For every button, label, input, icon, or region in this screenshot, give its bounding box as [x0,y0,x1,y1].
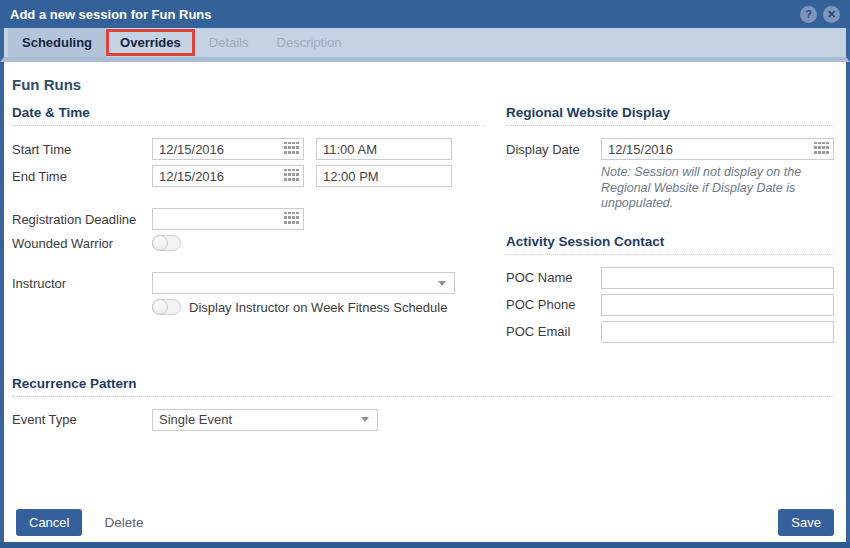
poc-name-label: POC Name [506,270,601,285]
wounded-warrior-row: Wounded Warrior [12,235,484,251]
toggle-knob [152,299,168,315]
section-recurrence-pattern: Recurrence Pattern [12,376,834,397]
wounded-warrior-label: Wounded Warrior [12,236,152,251]
event-type-selected-value: Single Event [159,412,361,427]
start-time-label: Start Time [12,142,152,157]
calendar-icon[interactable] [284,169,299,183]
dialog-bottom-border [0,542,850,548]
registration-deadline-label: Registration Deadline [12,212,152,227]
start-time-input[interactable] [316,138,452,160]
display-date-input[interactable] [601,138,834,160]
event-type-select[interactable]: Single Event [152,409,378,431]
cancel-button[interactable]: Cancel [16,509,82,536]
display-instructor-label: Display Instructor on Week Fitness Sched… [189,300,447,315]
add-session-dialog: Add a new session for Fun Runs ? ✕ Sched… [0,0,850,548]
poc-email-row: POC Email [506,321,834,343]
tab-scheduling[interactable]: Scheduling [8,28,106,57]
page-title: Fun Runs [12,76,834,93]
end-time-row: End Time [12,165,484,187]
start-time-row: Start Time [12,138,484,160]
left-column: Date & Time Start Time [12,105,484,348]
registration-deadline-row: Registration Deadline [12,208,484,230]
right-column: Regional Website Display Display Date [506,105,834,348]
poc-email-input[interactable] [601,321,834,343]
dialog-title: Add a new session for Fun Runs [10,7,212,22]
tab-description: Description [263,28,356,57]
poc-email-label: POC Email [506,324,601,339]
instructor-label: Instructor [12,276,152,291]
end-time-input[interactable] [316,165,452,187]
poc-phone-row: POC Phone [506,294,834,316]
poc-name-row: POC Name [506,267,834,289]
tab-bar: Scheduling Overrides Details Description [0,28,850,62]
calendar-icon[interactable] [284,142,299,156]
dialog-footer: Cancel Delete Save [0,502,850,542]
annotation-highlight: Overrides [106,29,195,56]
display-instructor-toggle[interactable] [152,299,181,315]
display-date-wrap [601,138,834,160]
display-instructor-row: Display Instructor on Week Fitness Sched… [152,299,484,315]
registration-deadline-input[interactable] [152,208,304,230]
section-activity-contact: Activity Session Contact [506,234,834,255]
help-icon[interactable]: ? [800,6,817,23]
calendar-icon[interactable] [284,212,299,226]
end-time-label: End Time [12,169,152,184]
section-regional-website: Regional Website Display [506,105,834,126]
chevron-down-icon [438,281,446,286]
instructor-row: Instructor [12,272,484,294]
dialog-content: Fun Runs Date & Time Start Time [0,62,850,502]
instructor-select[interactable] [152,272,455,294]
close-icon[interactable]: ✕ [823,6,840,23]
event-type-row: Event Type Single Event [12,409,834,431]
poc-phone-label: POC Phone [506,297,601,312]
registration-deadline-wrap [152,208,304,230]
wounded-warrior-toggle[interactable] [152,235,181,251]
form-columns: Date & Time Start Time [12,105,834,348]
event-type-label: Event Type [12,412,152,427]
toggle-knob [152,235,168,251]
end-date-wrap [152,165,304,187]
tab-overrides[interactable]: Overrides [109,32,192,53]
delete-button[interactable]: Delete [104,515,143,530]
start-date-input[interactable] [152,138,304,160]
dialog-titlebar: Add a new session for Fun Runs ? ✕ [0,0,850,28]
end-date-input[interactable] [152,165,304,187]
section-date-time: Date & Time [12,105,484,126]
spacer [12,192,484,208]
start-date-wrap [152,138,304,160]
spacer [12,256,484,272]
display-date-note: Note: Session will not display on the Re… [601,165,833,212]
tab-details: Details [195,28,263,57]
calendar-icon[interactable] [814,142,829,156]
chevron-down-icon [361,417,369,422]
poc-name-input[interactable] [601,267,834,289]
poc-phone-input[interactable] [601,294,834,316]
display-date-row: Display Date [506,138,834,160]
save-button[interactable]: Save [778,509,834,536]
display-date-label: Display Date [506,142,601,157]
